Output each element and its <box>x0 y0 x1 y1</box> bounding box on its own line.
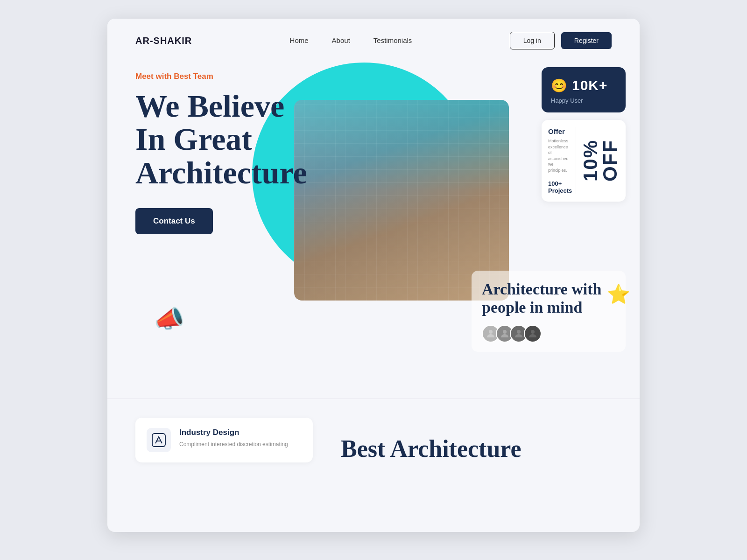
navbar: AR-SHAKIR Home About Testimonials Log in… <box>107 19 640 63</box>
bottom-section: Industry Design Compliment interested di… <box>107 399 640 472</box>
nav-link-testimonials[interactable]: Testimonials <box>374 36 412 44</box>
nav-link-home[interactable]: Home <box>290 36 309 44</box>
login-button[interactable]: Log in <box>510 32 555 49</box>
contact-us-button[interactable]: Contact Us <box>135 208 213 234</box>
svg-point-1 <box>503 330 507 334</box>
nav-actions: Log in Register <box>510 32 612 49</box>
bottom-right-card: Architecture with people in mind <box>472 271 626 352</box>
svg-point-3 <box>531 330 535 334</box>
smiley-icon: 😊 <box>551 78 567 93</box>
offer-card-right: 10%OFF <box>576 127 620 194</box>
svg-rect-4 <box>152 434 165 447</box>
svg-point-2 <box>517 330 521 334</box>
browser-window: AR-SHAKIR Home About Testimonials Log in… <box>107 19 640 532</box>
brand-logo: AR-SHAKIR <box>135 35 192 46</box>
nav-link-about[interactable]: About <box>332 36 350 44</box>
avatars-group <box>482 325 615 343</box>
offer-description: Motionless excellence of astonished we p… <box>548 138 572 174</box>
hero-title: We Believe In Great Architecture <box>135 90 307 189</box>
hero-text: Meet with Best Team We Believe In Great … <box>135 72 307 234</box>
best-architecture-title: Best Architecture <box>341 435 612 462</box>
industry-card: Industry Design Compliment interested di… <box>135 418 313 462</box>
happy-users-top: 😊 10K+ <box>551 77 608 93</box>
industry-title: Industry Design <box>179 428 288 437</box>
architecture-subtitle: Architecture with people in mind <box>482 280 615 316</box>
svg-point-0 <box>489 330 493 334</box>
industry-text: Industry Design Compliment interested di… <box>179 428 288 448</box>
nav-links: Home About Testimonials <box>290 36 412 45</box>
happy-users-number: 10K+ <box>572 77 608 93</box>
projects-count: 100+ Projects <box>548 180 572 194</box>
megaphone-icon: 📣 <box>154 305 184 333</box>
industry-desc: Compliment interested discretion estimat… <box>179 440 288 448</box>
offer-card-left: Offer Motionless excellence of astonishe… <box>548 127 572 194</box>
star-badge: ⭐ <box>607 283 630 305</box>
offer-card: Offer Motionless excellence of astonishe… <box>542 120 626 202</box>
hero-section: Meet with Best Team We Believe In Great … <box>107 63 640 380</box>
hero-tagline: Meet with Best Team <box>135 72 307 81</box>
percent-off: 10%OFF <box>581 140 620 182</box>
side-cards: 😊 10K+ Happy User Offer Motionless excel… <box>542 67 626 202</box>
avatar-4 <box>524 325 542 343</box>
offer-label: Offer <box>548 127 572 135</box>
register-button[interactable]: Register <box>561 32 612 49</box>
happy-users-label: Happy User <box>551 97 583 104</box>
happy-users-card: 😊 10K+ Happy User <box>542 67 626 112</box>
industry-design-icon <box>147 428 171 452</box>
